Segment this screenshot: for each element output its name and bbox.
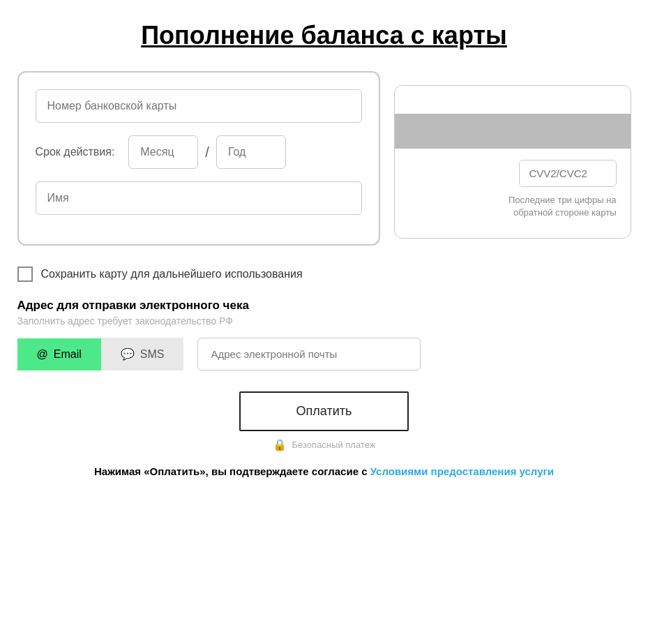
- save-card-label: Сохранить карту для дальнейшего использо…: [41, 268, 303, 280]
- cvv-section: Последние три цифры на обратной стороне …: [395, 149, 631, 219]
- expiry-separator: /: [205, 144, 209, 160]
- card-section: Срок действия: / Последние три цифры на …: [17, 71, 631, 246]
- receipt-subtitle: Заполнить адрес требует законодательство…: [17, 315, 631, 327]
- cvv-hint: Последние три цифры на обратной стороне …: [505, 194, 617, 219]
- card-stripe: [395, 114, 631, 149]
- speech-icon: 💬: [121, 347, 135, 361]
- email-button[interactable]: @ Email: [17, 338, 101, 370]
- terms-link[interactable]: Условиями предоставления услуги: [370, 465, 554, 477]
- sms-button-label: SMS: [140, 348, 165, 361]
- name-input[interactable]: [36, 181, 362, 215]
- at-icon: @: [37, 348, 48, 361]
- lock-icon: 🔒: [273, 438, 287, 451]
- cvv-input[interactable]: [519, 160, 617, 187]
- card-form-box: Срок действия: /: [17, 71, 380, 246]
- pay-section: Оплатить 🔒 Безопасный платеж: [17, 391, 631, 451]
- secure-payment-row: 🔒 Безопасный платеж: [273, 438, 376, 451]
- page-title: Пополнение баланса с карты: [17, 21, 631, 50]
- terms-row: Нажимая «Оплатить», вы подтверждаете сог…: [17, 465, 631, 477]
- save-card-checkbox[interactable]: [17, 267, 33, 282]
- email-button-label: Email: [54, 348, 82, 361]
- receipt-title: Адрес для отправки электронного чека: [17, 299, 631, 313]
- expiry-row: Срок действия: /: [36, 135, 362, 169]
- secure-label: Безопасный платеж: [292, 440, 376, 450]
- month-input[interactable]: [128, 135, 198, 169]
- receipt-buttons-row: @ Email 💬 SMS: [17, 338, 631, 370]
- expiry-label: Срок действия:: [36, 146, 115, 158]
- email-input[interactable]: [197, 338, 421, 370]
- terms-text: Нажимая «Оплатить», вы подтверждаете сог…: [94, 465, 368, 477]
- year-input[interactable]: [216, 135, 286, 169]
- card-number-input[interactable]: [36, 89, 362, 123]
- receipt-section: Адрес для отправки электронного чека Зап…: [17, 299, 631, 370]
- sms-button[interactable]: 💬 SMS: [101, 338, 184, 370]
- card-back-visual: Последние три цифры на обратной стороне …: [394, 85, 631, 239]
- save-card-row: Сохранить карту для дальнейшего использо…: [17, 267, 631, 282]
- pay-button[interactable]: Оплатить: [239, 391, 409, 431]
